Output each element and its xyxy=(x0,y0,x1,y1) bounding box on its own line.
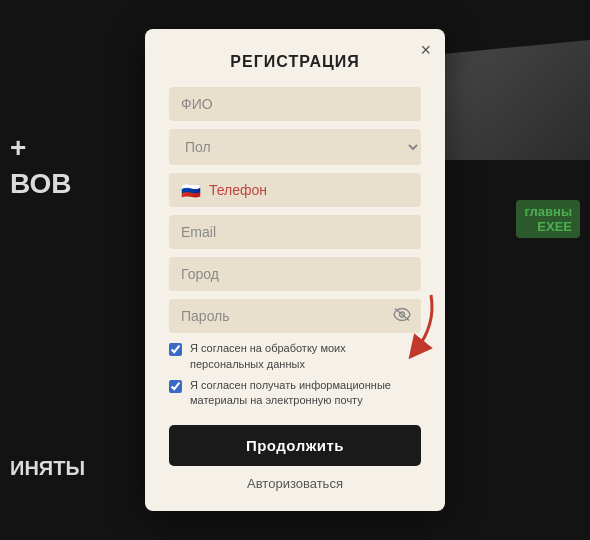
submit-button[interactable]: Продолжить xyxy=(169,425,421,466)
password-wrapper xyxy=(169,299,421,333)
info-materials-checkbox[interactable] xyxy=(169,380,182,393)
phone-wrapper: 🇷🇺 xyxy=(169,173,421,207)
personal-data-checkbox-group: Я согласен на обработку моих персональны… xyxy=(169,341,421,372)
modal-overlay: × РЕГИСТРАЦИЯ Пол Мужской Женский 🇷🇺 xyxy=(0,0,590,540)
close-button[interactable]: × xyxy=(420,41,431,59)
password-group xyxy=(169,299,421,333)
personal-data-label: Я согласен на обработку моих персональны… xyxy=(190,341,421,372)
info-materials-checkbox-group: Я согласен получать информационные матер… xyxy=(169,378,421,409)
email-group xyxy=(169,215,421,249)
info-materials-label: Я согласен получать информационные матер… xyxy=(190,378,421,409)
city-input[interactable] xyxy=(169,257,421,291)
personal-data-checkbox[interactable] xyxy=(169,343,182,356)
password-toggle-button[interactable] xyxy=(393,308,411,325)
gender-select[interactable]: Пол Мужской Женский xyxy=(169,129,421,165)
phone-group: 🇷🇺 xyxy=(169,173,421,207)
registration-modal: × РЕГИСТРАЦИЯ Пол Мужской Женский 🇷🇺 xyxy=(145,29,445,511)
modal-title: РЕГИСТРАЦИЯ xyxy=(169,53,421,71)
password-input[interactable] xyxy=(169,299,421,333)
gender-group: Пол Мужской Женский xyxy=(169,129,421,165)
fio-input[interactable] xyxy=(169,87,421,121)
city-group xyxy=(169,257,421,291)
phone-input[interactable] xyxy=(209,173,409,207)
fio-group xyxy=(169,87,421,121)
email-input[interactable] xyxy=(169,215,421,249)
login-link[interactable]: Авторизоваться xyxy=(169,476,421,491)
phone-flag-icon: 🇷🇺 xyxy=(181,181,201,200)
